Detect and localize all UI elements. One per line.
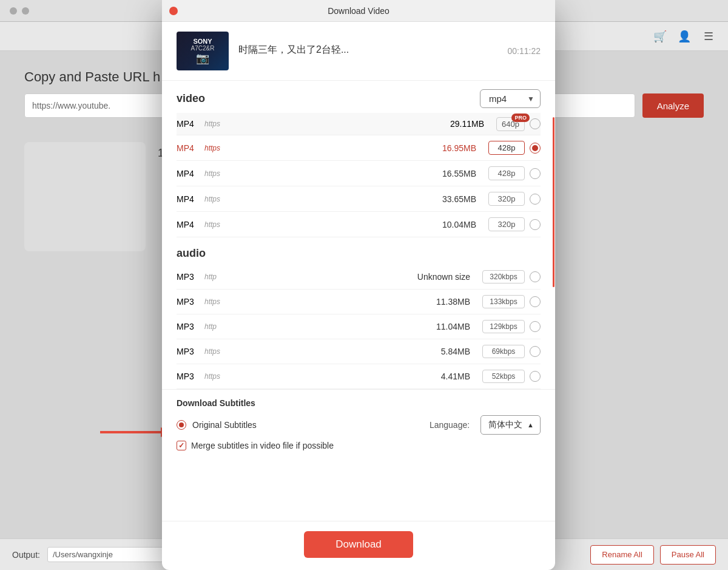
rename-all-button[interactable]: Rename All (590, 545, 653, 565)
user-icon[interactable]: 👤 (677, 29, 692, 44)
format-protocol: https (204, 120, 226, 128)
step-illustration (24, 142, 146, 251)
radio-button[interactable] (530, 168, 541, 179)
audio-format-list: MP3 http Unknown size 320kbps MP3 https … (177, 265, 541, 389)
download-video-modal: Download Video SONY A7C2&R 📷 时隔三年，又出了2台轻… (162, 0, 555, 570)
radio-circle-inner (179, 422, 184, 427)
radio-button[interactable] (530, 346, 541, 357)
format-size: 5.84MB (231, 347, 477, 356)
video-title: 时隔三年，又出了2台轻... (238, 44, 349, 56)
format-protocol: https (204, 372, 226, 381)
format-size: Unknown size (231, 272, 477, 282)
merge-checkbox[interactable]: ✓ (177, 441, 186, 450)
format-type: MP4 (177, 119, 200, 129)
original-subtitles-radio[interactable] (177, 420, 186, 430)
video-format-list: MP4 https 29.11MB 640p PRO MP4 https 16.… (177, 113, 541, 237)
format-size: 16.95MB (231, 143, 484, 153)
language-label: Language: (430, 420, 470, 430)
language-arrow-icon: ▲ (527, 421, 534, 429)
format-size: 4.41MB (231, 372, 477, 381)
video-info: 时隔三年，又出了2台轻... 00:11:22 (238, 44, 541, 59)
modal-close-button[interactable] (169, 7, 178, 15)
radio-button[interactable] (530, 118, 541, 129)
modal-body: SONY A7C2&R 📷 时隔三年，又出了2台轻... 00:11:22 vi… (162, 22, 555, 521)
audio-format-row: MP3 http 11.04MB 129kbps (177, 314, 541, 339)
video-section-header: video mp4 mkv webm avi ▼ (177, 81, 541, 113)
format-type: MP4 (177, 194, 200, 204)
format-row: MP4 https 33.65MB 320p (177, 186, 541, 212)
format-protocol: https (204, 220, 226, 229)
analyze-button[interactable]: Analyze (642, 93, 704, 118)
audio-section-header: audio (177, 237, 541, 265)
radio-inner-dot (532, 145, 538, 151)
modal-title: Download Video (328, 6, 389, 16)
radio-button[interactable] (530, 371, 541, 382)
format-size: 29.11MB (231, 119, 491, 129)
merge-subtitles-row: ✓ Merge subtitles in video file if possi… (177, 441, 541, 450)
format-protocol: https (204, 347, 226, 356)
modal-footer: Download (162, 521, 555, 570)
audio-format-row: MP3 https 5.84MB 69kbps (177, 339, 541, 364)
format-type: MP3 (177, 322, 200, 331)
arrow-svg (94, 419, 173, 446)
format-type: MP4 (177, 169, 200, 178)
pause-all-button[interactable]: Pause All (660, 545, 716, 565)
radio-button[interactable] (530, 296, 541, 307)
format-size: 10.04MB (231, 220, 484, 229)
format-protocol: https (204, 169, 226, 178)
audio-format-row: MP3 http Unknown size 320kbps (177, 265, 541, 290)
cart-icon[interactable]: 🛒 (653, 29, 667, 44)
format-row: MP4 https 16.55MB 428p (177, 161, 541, 186)
format-quality: 428p (488, 166, 525, 180)
format-dropdown-wrapper[interactable]: mp4 mkv webm avi ▼ (480, 89, 541, 108)
original-subtitles-row: Original Subtitles Language: 简体中文 ▲ (177, 415, 541, 435)
format-quality: 320p (488, 192, 525, 206)
format-quality: 320p (488, 217, 525, 231)
pro-badge: PRO (511, 114, 530, 122)
video-section-title: video (177, 92, 205, 105)
language-value: 简体中文 (488, 419, 522, 430)
download-button[interactable]: Download (304, 531, 413, 558)
menu-icon[interactable]: ☰ (701, 29, 716, 44)
radio-button[interactable] (530, 194, 541, 205)
subtitles-section: Download Subtitles Original Subtitles La… (162, 389, 555, 459)
audio-format-row: MP3 https 4.41MB 52kbps (177, 364, 541, 389)
radio-button-selected[interactable] (530, 143, 541, 154)
format-dropdown[interactable]: mp4 mkv webm avi (480, 89, 541, 108)
thumbnail-image: SONY A7C2&R 📷 (177, 32, 229, 70)
format-quality: 52kbps (482, 370, 525, 383)
video-header: SONY A7C2&R 📷 时隔三年，又出了2台轻... 00:11:22 (162, 22, 555, 81)
format-type: MP3 (177, 272, 200, 282)
language-dropdown-wrapper[interactable]: 简体中文 ▲ (480, 415, 541, 435)
output-label: Output: (12, 550, 40, 560)
format-row: MP4 https 10.04MB 320p (177, 212, 541, 237)
format-quality: 69kbps (482, 345, 525, 358)
video-duration: 00:11:22 (508, 46, 541, 56)
radio-button[interactable] (530, 271, 541, 282)
merge-label: Merge subtitles in video file if possibl… (191, 441, 334, 450)
quality-wrapper: 640p PRO (496, 118, 525, 129)
traffic-light-min[interactable] (22, 7, 29, 15)
format-quality: 129kbps (482, 320, 525, 333)
video-thumbnail: SONY A7C2&R 📷 (177, 32, 229, 70)
format-row-selected: MP4 https 16.95MB 428p (177, 135, 541, 161)
language-dropdown[interactable]: 简体中文 ▲ (480, 415, 541, 435)
radio-button[interactable] (530, 219, 541, 230)
format-quality: 428p (488, 141, 525, 155)
format-size: 16.55MB (231, 169, 484, 178)
modal-titlebar: Download Video (162, 0, 555, 22)
checkmark-icon: ✓ (178, 441, 184, 450)
audio-section-title: audio (177, 247, 206, 260)
format-type: MP4 (177, 143, 200, 153)
format-protocol: http (204, 273, 226, 281)
format-size: 33.65MB (231, 194, 484, 204)
format-protocol: https (204, 297, 226, 306)
format-quality: 320kbps (482, 270, 525, 283)
scrollbar-track (552, 117, 555, 389)
format-size: 11.38MB (231, 297, 477, 307)
format-type: MP3 (177, 347, 200, 356)
audio-format-row: MP3 https 11.38MB 133kbps (177, 290, 541, 314)
radio-button[interactable] (530, 321, 541, 332)
format-protocol: https (204, 144, 226, 152)
traffic-light-close[interactable] (10, 7, 17, 15)
